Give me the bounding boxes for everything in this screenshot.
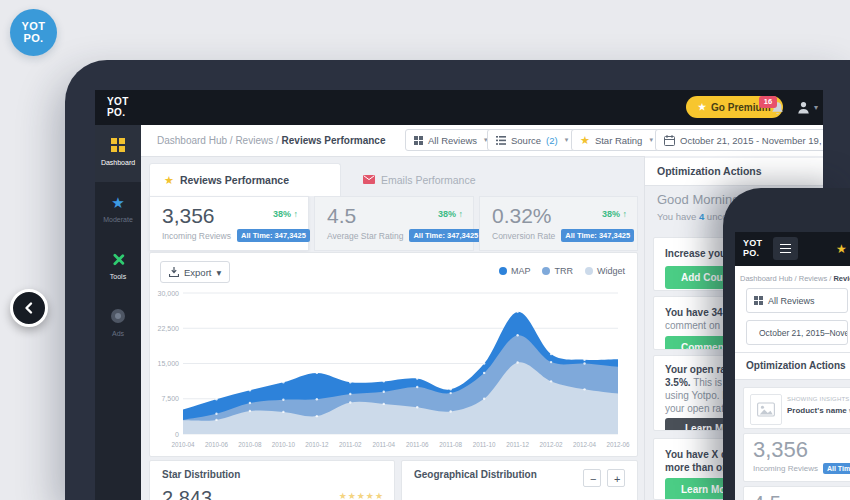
stat-value: 0.32% (492, 205, 552, 226)
svg-text:2012-02: 2012-02 (540, 441, 564, 448)
insight-product-name: Product's name will b (787, 406, 850, 415)
stat-change: 38% ↑ (438, 209, 463, 219)
svg-text:15,000: 15,000 (158, 360, 180, 367)
filter-date-range[interactable]: October 21, 2015 - November 19, 2015 ▾ (655, 129, 823, 151)
stat-value: 3,356 (162, 205, 215, 226)
premium-star-icon: ★ (836, 242, 847, 256)
legend-item-widget[interactable]: Widget (585, 266, 625, 276)
sidebar-item-dashboard[interactable]: Dashboard (95, 125, 141, 182)
arrow-up-icon: ↑ (623, 209, 628, 219)
showing-insights-label: SHOWING INSIGHTS FOR: (787, 396, 850, 402)
tablet-stat-card-incoming-reviews: 3,356 Incoming ReviewsAll Time: 34 (743, 433, 850, 482)
export-button[interactable]: Export ▾ (160, 261, 230, 283)
tablet-insight-card: SHOWING INSIGHTS FOR: Product's name wil… (743, 387, 850, 429)
filter-star-rating[interactable]: ★ Star Rating ▾ (571, 129, 662, 151)
filter-source-label: Source (511, 135, 541, 146)
stat-label: Conversion Rate (492, 231, 555, 241)
map-zoom-out-button[interactable]: − (583, 469, 601, 487)
geographical-distribution-card: Geographical Distribution − + (401, 460, 638, 500)
stat-change: 38% ↑ (273, 209, 298, 219)
legend-item-trr[interactable]: TRR (542, 266, 573, 276)
svg-text:22,500: 22,500 (158, 325, 180, 332)
map-zoom-in-button[interactable]: + (607, 469, 625, 487)
sidebar-label-dashboard: Dashboard (95, 159, 141, 166)
legend-item-map[interactable]: MAP (499, 266, 531, 276)
brand-badge-line1: YOT (22, 21, 46, 32)
sidebar-label-moderate: Moderate (95, 216, 141, 223)
stat-value: 4.5 (753, 493, 781, 500)
star-distribution-value: 2,843 (162, 487, 212, 500)
desktop-screen: YOT PO. ★ Go Premium 16 ▾ Dashboard (95, 90, 823, 500)
tablet-filter-date-range[interactable]: October 21, 2015–Novemb (746, 320, 848, 345)
source-list-icon (496, 136, 506, 145)
user-menu[interactable]: ▾ (797, 101, 818, 114)
svg-text:2010-08: 2010-08 (238, 441, 262, 448)
tab-reviews-performance-label: Reviews Performance (180, 174, 289, 186)
svg-text:2011-08: 2011-08 (439, 441, 462, 448)
stat-label: Incoming Reviews (753, 464, 818, 473)
stat-value: 3,356 (753, 439, 808, 461)
filter-all-reviews[interactable]: All Reviews ▾ (405, 129, 497, 151)
sidebar-item-ads[interactable]: Ads (95, 296, 141, 353)
tablet-optimization-header: Optimization Actions (735, 352, 850, 380)
stat-card-conversion-rate: 0.32% 38% ↑ Conversion RateAll Time: 347… (479, 196, 638, 251)
stat-card-incoming-reviews: 3,356 38% ↑ Incoming ReviewsAll Time: 34… (149, 196, 309, 251)
stat-card-average-star-rating: 4.5 38% ↑ Average Star RatingAll Time: 3… (314, 196, 474, 251)
yotpo-logo: YOT PO. (107, 96, 129, 118)
tablet-date-range-label: October 21, 2015–Novemb (759, 328, 848, 338)
filter-source[interactable]: Source (2) ▾ (487, 129, 577, 151)
tab-emails-performance[interactable]: Emails Performance (363, 163, 476, 196)
download-icon (169, 267, 179, 277)
chevron-down-icon: ▾ (565, 136, 569, 144)
tab-reviews-performance[interactable]: ★ Reviews Performance (149, 163, 341, 196)
tablet-app-header: YOT PO. ★ (735, 232, 850, 266)
svg-text:2011-04: 2011-04 (372, 441, 395, 448)
envelope-icon (363, 175, 375, 184)
star-icon: ★ (164, 175, 174, 186)
chart-legend: MAP TRR Widget (499, 266, 625, 276)
all-time-badge: All Time: 347,3425 (237, 229, 310, 242)
user-icon (797, 101, 810, 114)
export-label: Export (184, 267, 211, 278)
svg-text:2011-10: 2011-10 (473, 441, 496, 448)
premium-star-icon: ★ (698, 102, 706, 112)
svg-text:30,000: 30,000 (158, 290, 180, 297)
filter-star-rating-label: Star Rating (595, 135, 643, 146)
svg-text:0: 0 (175, 431, 179, 438)
breadcrumb: Dashboard Hub / Reviews / Reviews Perfor… (157, 125, 385, 156)
chevron-down-icon: ▾ (216, 267, 221, 278)
tablet-filter-all-reviews[interactable]: All Reviews (746, 288, 848, 313)
breadcrumb-reviews[interactable]: Reviews (235, 135, 273, 146)
tablet-breadcrumb: Dashboard Hub / Reviews / Revie (740, 274, 850, 283)
dashboard-grid-icon (95, 138, 141, 155)
brand-badge-line2: PO. (23, 33, 43, 44)
svg-text:2012-04: 2012-04 (573, 441, 597, 448)
filter-source-count: (2) (546, 135, 558, 146)
all-time-badge: All Time: 347,3425 (561, 229, 634, 242)
moderate-star-icon: ★ (95, 195, 141, 212)
carousel-prev-button[interactable] (10, 289, 48, 327)
tab-emails-performance-label: Emails Performance (381, 174, 476, 186)
all-time-badge: All Time: 347,3425 (409, 229, 482, 242)
stat-change: 38% ↑ (602, 209, 627, 219)
sidebar-label-ads: Ads (95, 330, 141, 337)
svg-text:7,500: 7,500 (161, 395, 179, 402)
breadcrumb-dashboard-hub[interactable]: Dashboard Hub (157, 135, 227, 146)
chevron-left-icon (23, 301, 35, 315)
page-background: YOT PO. YOT PO. ★ Go Premium 16 ▾ (0, 0, 850, 500)
star-distribution-card: Star Distribution 2,843 ★★★★★ (149, 460, 395, 500)
tools-icon (95, 252, 141, 269)
geographical-distribution-title: Geographical Distribution (414, 469, 537, 480)
image-placeholder-icon (750, 394, 782, 425)
calendar-icon (664, 135, 675, 146)
reviews-grid-icon (414, 136, 423, 145)
sidebar-item-moderate[interactable]: ★ Moderate (95, 182, 141, 239)
legend-dot-map (499, 267, 507, 275)
hamburger-menu-button[interactable] (773, 237, 798, 260)
tablet-stat-card-average-star-rating: 4.5 (743, 486, 850, 500)
sidebar-item-tools[interactable]: Tools (95, 239, 141, 296)
star-distribution-title: Star Distribution (162, 469, 240, 480)
chevron-down-icon: ▾ (649, 136, 653, 144)
svg-text:2010-06: 2010-06 (205, 441, 229, 448)
reviews-grid-icon (754, 296, 763, 305)
